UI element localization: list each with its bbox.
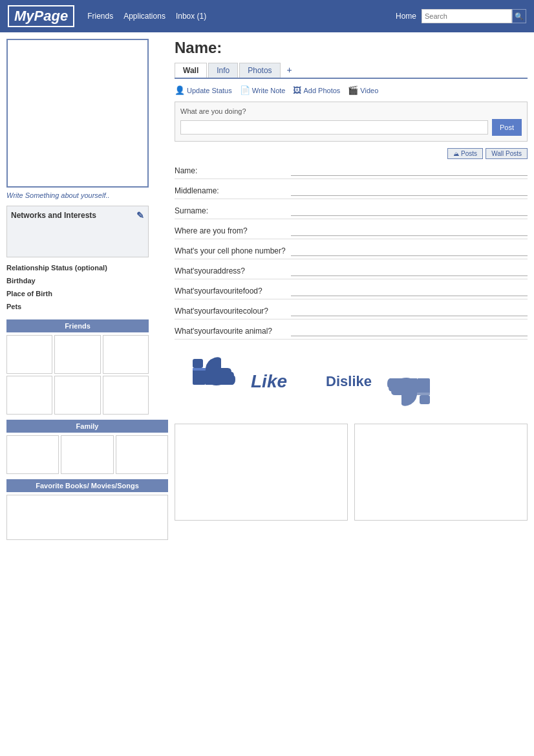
friend-photo-3 bbox=[103, 335, 149, 374]
pets-item: Pets bbox=[6, 303, 149, 310]
surname-row: Surname: bbox=[175, 206, 528, 219]
write-something-link[interactable]: Write Something about yourself.. bbox=[6, 191, 168, 199]
tab-add[interactable]: + bbox=[282, 62, 297, 78]
edit-icon[interactable]: ✎ bbox=[136, 210, 144, 221]
posts-filter-icon: ⛰ bbox=[453, 151, 459, 157]
sidebar-info: Relationship Status (optional) Birthday … bbox=[6, 264, 149, 310]
wall-posts-filter-button[interactable]: Wall Posts bbox=[486, 148, 528, 159]
thumbs-up-icon[interactable] bbox=[187, 352, 246, 411]
update-status-label: Update Status bbox=[187, 87, 232, 94]
add-photos-label: Add Photos bbox=[303, 87, 340, 94]
top-navigation: MyPage Friends Applications Inbox (1) Ho… bbox=[0, 0, 534, 32]
books-header: Favorite Books/ Movies/Songs bbox=[6, 479, 168, 492]
nav-friends[interactable]: Friends bbox=[87, 12, 113, 21]
family-photo-3 bbox=[116, 435, 168, 474]
phone-field-line[interactable] bbox=[291, 246, 528, 256]
main-layout: Write Something about yourself.. Network… bbox=[0, 32, 534, 546]
from-field-line[interactable] bbox=[291, 226, 528, 236]
posts-filter-button[interactable]: ⛰ Posts bbox=[447, 148, 483, 159]
post-button[interactable]: Post bbox=[492, 119, 522, 136]
write-note-button[interactable]: 📄 Write Note bbox=[240, 85, 286, 95]
search-input[interactable] bbox=[422, 9, 512, 23]
family-photo-2 bbox=[61, 435, 113, 474]
like-dislike-section: Like Dislike bbox=[175, 352, 528, 411]
left-sidebar: Write Something about yourself.. Network… bbox=[6, 39, 168, 540]
networks-interests-box: Networks and Interests ✎ bbox=[6, 206, 149, 257]
name-field-label: Name: bbox=[175, 166, 291, 175]
networks-label: Networks and Interests bbox=[11, 211, 96, 220]
profile-photo-box bbox=[6, 39, 149, 188]
middlename-row: Middlename: bbox=[175, 186, 528, 199]
relationship-status-label: Relationship Status (optional) bbox=[6, 264, 149, 272]
write-note-icon: 📄 bbox=[240, 85, 250, 95]
site-logo: MyPage bbox=[8, 5, 74, 27]
add-photos-icon: 🖼 bbox=[293, 85, 301, 95]
svg-rect-3 bbox=[420, 395, 430, 404]
tab-info[interactable]: Info bbox=[208, 63, 238, 78]
surname-field-line[interactable] bbox=[291, 206, 528, 216]
write-note-label: Write Note bbox=[252, 87, 286, 94]
search-button[interactable]: 🔍 bbox=[512, 9, 526, 23]
food-row: What'syourfavouritefood? bbox=[175, 286, 528, 299]
address-field-line[interactable] bbox=[291, 266, 528, 276]
colour-field-line[interactable] bbox=[291, 306, 528, 316]
nav-links: Friends Applications Inbox (1) bbox=[87, 12, 383, 21]
family-grid bbox=[6, 435, 168, 474]
middlename-field-label: Middlename: bbox=[175, 186, 291, 195]
right-main: Name: Wall Info Photos + 👤 Update Status… bbox=[175, 39, 528, 540]
animal-field-line[interactable] bbox=[291, 326, 528, 336]
add-photos-button[interactable]: 🖼 Add Photos bbox=[293, 85, 340, 95]
from-row: Where are you from? bbox=[175, 226, 528, 239]
bottom-boxes bbox=[175, 424, 528, 521]
phone-field-label: What's your cell phone number? bbox=[175, 246, 291, 255]
name-field-line[interactable] bbox=[291, 166, 528, 176]
status-input-row: Post bbox=[180, 119, 522, 136]
friend-photo-5 bbox=[54, 376, 100, 415]
books-box bbox=[6, 495, 168, 540]
dislike-label: Dislike bbox=[326, 373, 372, 390]
from-field-label: Where are you from? bbox=[175, 226, 291, 235]
thumbs-down-icon[interactable] bbox=[377, 352, 435, 411]
place-of-birth-item: Place of Birth bbox=[6, 290, 149, 297]
colour-field-label: What'syourfavouritecolour? bbox=[175, 307, 291, 316]
networks-header: Networks and Interests ✎ bbox=[11, 210, 144, 221]
nav-right: Home 🔍 bbox=[396, 9, 526, 23]
svg-rect-5 bbox=[417, 393, 430, 395]
friend-photo-1 bbox=[6, 335, 52, 374]
relationship-status-item: Relationship Status (optional) bbox=[6, 264, 149, 272]
nav-home[interactable]: Home bbox=[396, 12, 416, 21]
nav-applications[interactable]: Applications bbox=[123, 12, 166, 21]
nav-inbox[interactable]: Inbox (1) bbox=[176, 12, 206, 21]
friend-photo-4 bbox=[6, 376, 52, 415]
food-field-line[interactable] bbox=[291, 286, 528, 296]
video-icon: 🎬 bbox=[348, 85, 358, 95]
family-header: Family bbox=[6, 420, 168, 433]
tab-wall[interactable]: Wall bbox=[175, 63, 207, 78]
tab-photos[interactable]: Photos bbox=[239, 63, 280, 78]
posts-filter: ⛰ Posts Wall Posts bbox=[175, 148, 528, 159]
friends-section: Friends bbox=[6, 319, 149, 415]
pets-label: Pets bbox=[6, 303, 149, 310]
status-input[interactable] bbox=[180, 120, 488, 135]
address-field-label: What'syouraddress? bbox=[175, 266, 291, 275]
books-section: Favorite Books/ Movies/Songs bbox=[6, 479, 168, 540]
update-status-icon: 👤 bbox=[175, 85, 185, 95]
friend-photo-2 bbox=[54, 335, 100, 374]
like-wrapper: Like bbox=[187, 352, 287, 411]
name-row: Name: bbox=[175, 166, 528, 179]
place-of-birth-label: Place of Birth bbox=[6, 290, 149, 297]
food-field-label: What'syourfavouritefood? bbox=[175, 286, 291, 296]
middlename-field-line[interactable] bbox=[291, 186, 528, 196]
address-row: What'syouraddress? bbox=[175, 266, 528, 279]
tabs-bar: Wall Info Photos + bbox=[175, 62, 528, 79]
bottom-box-left bbox=[175, 424, 348, 521]
friends-grid bbox=[6, 335, 149, 415]
wall-posts-label: Wall Posts bbox=[491, 150, 522, 157]
bottom-box-right bbox=[354, 424, 528, 521]
video-button[interactable]: 🎬 Video bbox=[348, 85, 378, 95]
family-section: Family bbox=[6, 420, 168, 474]
update-status-button[interactable]: 👤 Update Status bbox=[175, 85, 232, 95]
like-label: Like bbox=[251, 371, 287, 392]
posts-filter-label: Posts bbox=[461, 150, 477, 157]
colour-row: What'syourfavouritecolour? bbox=[175, 306, 528, 319]
